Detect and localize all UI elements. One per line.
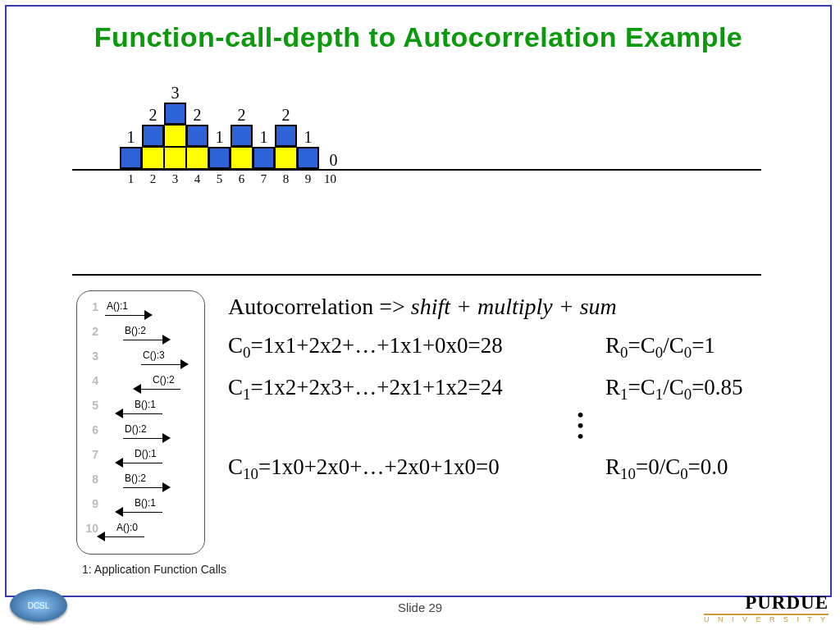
call-trace-row: 10A():0 — [77, 519, 204, 542]
eq-r1-s3: 0 — [684, 386, 692, 404]
function-call-trace-box: 1A():12B():23C():34C():25B():16D():27D()… — [76, 290, 205, 555]
eq-r1: R1=C1/C0=0.85 — [605, 375, 802, 404]
call-step-number: 3 — [82, 349, 98, 363]
secondary-axis — [72, 274, 761, 276]
call-trace-row: 2B():2 — [77, 322, 204, 345]
call-step-number: 10 — [82, 522, 98, 535]
call-trace-row: 4C():2 — [77, 372, 204, 395]
call-step-number: 9 — [82, 497, 98, 510]
purdue-logo: PURDUE U N I V E R S I T Y — [704, 592, 829, 623]
value-label: 1 — [120, 128, 142, 147]
eq-r0-s2: 0 — [655, 344, 663, 361]
call-trace-row: 7D():1 — [77, 445, 204, 468]
ellipsis-icon: ••• — [392, 409, 769, 442]
eq-c0-l: C — [228, 333, 243, 358]
bar-top-cell — [142, 125, 164, 147]
dcsl-logo-icon: DCSL — [10, 589, 67, 622]
value-label: 1 — [297, 128, 319, 147]
eq-c10-s: 10 — [243, 466, 258, 483]
purdue-logo-sub: U N I V E R S I T Y — [704, 614, 829, 623]
value-label: 1 — [208, 128, 231, 147]
x-label: 1 — [120, 172, 142, 186]
x-label: 8 — [275, 172, 297, 186]
call-step-number: 7 — [82, 448, 98, 461]
call-trace-caption: 1: Application Function Calls — [82, 563, 226, 576]
bar-cell — [186, 147, 208, 169]
call-label: A():1 — [107, 300, 128, 312]
eq-c1-t: =1x2+2x3+…+2x1+1x2=24 — [250, 375, 502, 399]
call-trace-row: 6D():2 — [77, 421, 204, 444]
call-step-number: 4 — [82, 374, 98, 387]
x-label: 6 — [231, 172, 253, 186]
call-step-number: 6 — [82, 423, 98, 436]
x-label: 7 — [253, 172, 275, 186]
eq-r0-t: =C — [628, 333, 655, 358]
bar-top-cell — [120, 147, 142, 169]
value-label: 0 — [322, 151, 345, 170]
eq-r0-l: R — [605, 333, 620, 358]
call-label: D():2 — [125, 423, 147, 435]
call-step-number: 5 — [82, 399, 98, 412]
eq-c1: C1=1x2+2x3+…+2x1+1x2=24 — [228, 375, 605, 404]
call-trace-row: 3C():3 — [77, 347, 204, 370]
eq-r0-s3: 0 — [684, 344, 692, 361]
x-label: 5 — [208, 172, 231, 186]
call-step-number: 2 — [82, 325, 98, 338]
eq-r1-t: =C — [628, 375, 655, 399]
eq-r10-t: =0/C — [636, 454, 680, 479]
call-label: C():2 — [153, 374, 175, 386]
autocorr-definition: Autocorrelation => shift + multiply + su… — [228, 294, 802, 320]
bar-cell — [164, 147, 186, 169]
bar-top-cell — [186, 125, 208, 147]
bar-cell — [275, 147, 297, 169]
bar-top-cell — [231, 125, 253, 147]
call-trace-row: 9B():1 — [77, 495, 204, 518]
x-label: 4 — [186, 172, 208, 186]
call-trace-row: 5B():1 — [77, 396, 204, 419]
call-label: C():3 — [143, 349, 165, 361]
bar-top-cell — [297, 147, 319, 169]
call-step-number: 8 — [82, 472, 98, 486]
eq-r1-t2: /C — [663, 375, 684, 399]
eq-c10-t: =1x0+2x0+…+2x0+1x0=0 — [258, 454, 500, 479]
value-label: 1 — [253, 128, 275, 147]
eq-c1-l: C — [228, 375, 243, 399]
bar-top-cell — [208, 147, 231, 169]
eq-r10-l: R — [605, 454, 620, 479]
eq-r0-t3: =1 — [692, 333, 715, 358]
bar-cell — [231, 147, 253, 169]
call-label: B():2 — [125, 472, 146, 484]
purdue-logo-text: PURDUE — [704, 592, 829, 614]
eq-r0: R0=C0/C0=1 — [605, 333, 802, 362]
eq-r10-t3: =0.0 — [688, 454, 728, 479]
value-label: 2 — [142, 106, 164, 125]
eq-r10-s3: 0 — [680, 466, 687, 483]
x-label: 9 — [297, 172, 319, 186]
eq-c10: C10=1x0+2x0+…+2x0+1x0=0 — [228, 454, 605, 483]
call-label: A():0 — [116, 522, 138, 533]
call-label: B():2 — [125, 325, 146, 336]
x-label: 3 — [164, 172, 186, 186]
eq-r0-t2: /C — [663, 333, 684, 358]
call-trace-row: 8B():2 — [77, 470, 204, 493]
bar-cell — [142, 147, 164, 169]
call-step-number: 1 — [82, 300, 98, 313]
eq-c10-l: C — [228, 454, 243, 479]
value-label: 2 — [186, 106, 208, 125]
page-title: Function-call-depth to Autocorrelation E… — [7, 21, 830, 53]
x-axis — [72, 169, 761, 171]
bar-top-cell — [253, 147, 275, 169]
call-trace-row: 1A():1 — [77, 298, 204, 321]
eq-r1-s2: 1 — [655, 386, 663, 404]
bar-top-cell — [164, 103, 186, 125]
value-label: 3 — [164, 84, 186, 103]
eq-r10: R10=0/C0=0.0 — [605, 454, 802, 483]
value-label: 2 — [231, 106, 253, 125]
eq-header-it: shift + multiply + sum — [411, 294, 617, 319]
eq-r1-t3: =0.85 — [692, 375, 742, 399]
x-label: 10 — [319, 172, 341, 186]
x-label: 2 — [142, 172, 164, 186]
call-label: B():1 — [135, 399, 156, 410]
eq-r1-l: R — [605, 375, 620, 399]
call-label: B():1 — [135, 497, 156, 509]
